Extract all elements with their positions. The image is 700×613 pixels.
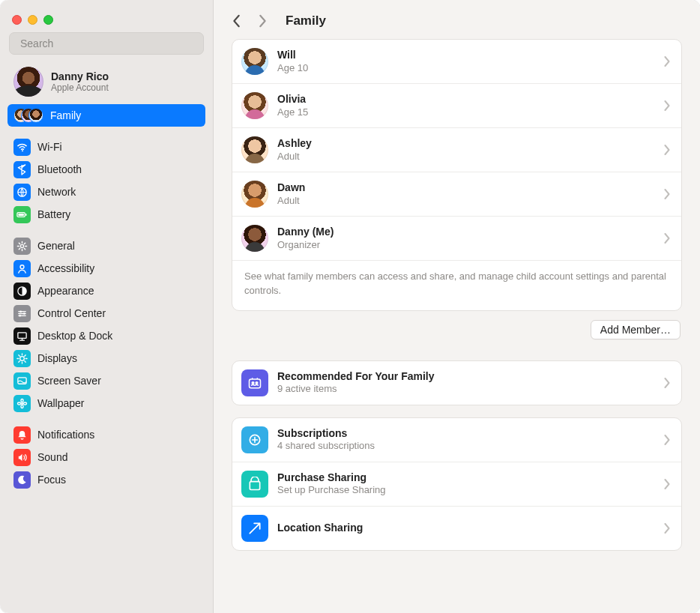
sidebar-item-battery[interactable]: Battery (7, 203, 205, 226)
sidebar-item-network[interactable]: Network (7, 181, 205, 203)
wifi-icon (13, 139, 31, 156)
globe-icon (13, 184, 31, 201)
sidebar-item-label: Desktop & Dock (37, 330, 112, 342)
members-footer-text: See what family members can access and s… (232, 260, 681, 310)
family-member-row[interactable]: DawnAdult (232, 172, 681, 216)
maximize-window-button[interactable] (43, 15, 53, 25)
chevron-right-icon (664, 189, 671, 199)
member-avatar (241, 136, 268, 163)
sidebar-item-label: Appearance (37, 285, 94, 297)
speaker-icon (13, 449, 31, 466)
svg-point-3 (256, 381, 258, 384)
sidebar-item-desktop-dock[interactable]: Desktop & Dock (7, 324, 205, 347)
main-header: Family (214, 0, 700, 39)
member-name: Olivia (277, 93, 655, 106)
nav-back-button[interactable] (230, 14, 244, 28)
family-member-row[interactable]: Danny (Me)Organizer (232, 216, 681, 260)
sharing-row-subscriptions[interactable]: Subscriptions4 shared subscriptions (232, 418, 681, 462)
chevron-right-icon (664, 100, 671, 111)
screensaver-icon (13, 372, 31, 390)
sidebar-item-appearance[interactable]: Appearance (7, 280, 205, 302)
chevron-right-icon (664, 479, 671, 489)
member-avatar (241, 92, 268, 119)
family-member-row[interactable]: WillAge 10 (232, 40, 681, 83)
row-title: Purchase Sharing (277, 471, 655, 485)
family-member-row[interactable]: AshleyAdult (232, 127, 681, 172)
family-member-row[interactable]: OliviaAge 15 (232, 83, 681, 127)
sharing-row-location-sharing[interactable]: Location Sharing (232, 506, 681, 550)
contrast-icon (13, 283, 31, 300)
search-field[interactable] (9, 32, 204, 55)
sharing-row-purchase-sharing[interactable]: Purchase SharingSet up Purchase Sharing (232, 462, 681, 506)
bell-icon (13, 426, 31, 444)
sidebar-item-label: Battery (37, 208, 70, 220)
member-role: Age 15 (277, 106, 655, 118)
page-title: Family (286, 13, 326, 28)
sidebar-item-wallpaper[interactable]: Wallpaper (7, 392, 205, 414)
desktop-icon (13, 327, 31, 345)
sun-icon (13, 350, 31, 367)
flower-icon (13, 395, 31, 412)
chevron-right-icon (664, 233, 671, 244)
sidebar-item-label: Displays (37, 352, 77, 364)
member-avatar (241, 181, 268, 208)
family-members-card: WillAge 10OliviaAge 15AshleyAdultDawnAdu… (232, 39, 682, 311)
sidebar-item-family[interactable]: Family (7, 104, 205, 127)
sidebar-item-accessibility[interactable]: Accessibility (7, 257, 205, 280)
account-avatar (13, 67, 43, 97)
row-title: Subscriptions (277, 427, 655, 441)
member-name: Danny (Me) (277, 226, 655, 239)
member-name: Dawn (277, 181, 655, 195)
sidebar: Danny Rico Apple Account Family Wi-FiBlu… (0, 0, 214, 613)
sidebar-item-displays[interactable]: Displays (7, 347, 205, 369)
bluetooth-icon (13, 161, 31, 178)
add-member-button[interactable]: Add Member… (591, 320, 681, 339)
sidebar-item-sound[interactable]: Sound (7, 446, 205, 468)
svg-point-2 (252, 381, 254, 384)
chevron-right-icon (664, 145, 671, 155)
nav-forward-button[interactable] (256, 14, 269, 28)
sidebar-account[interactable]: Danny Rico Apple Account (0, 62, 213, 104)
account-subtitle: Apple Account (51, 82, 109, 93)
svg-rect-1 (250, 379, 261, 388)
chevron-right-icon (664, 378, 671, 388)
member-role: Organizer (277, 239, 655, 251)
sidebar-item-label: Family (50, 109, 81, 121)
minimize-window-button[interactable] (28, 15, 37, 25)
bag-icon (241, 471, 268, 498)
member-name: Will (277, 49, 655, 62)
sidebar-item-label: Wallpaper (37, 397, 85, 409)
chevron-right-icon (664, 56, 671, 67)
sidebar-item-label: Sound (37, 451, 67, 463)
row-subtitle: Set up Purchase Sharing (277, 484, 655, 496)
sliders-icon (13, 305, 31, 322)
sidebar-item-screen-saver[interactable]: Screen Saver (7, 369, 205, 392)
sidebar-item-label: Control Center (37, 307, 106, 319)
sidebar-item-label: Notifications (37, 429, 94, 441)
moon-icon (13, 471, 31, 489)
main-pane: Family WillAge 10OliviaAge 15AshleyAdult… (214, 0, 700, 613)
member-avatar (241, 48, 268, 75)
person-icon (13, 260, 31, 277)
member-avatar (241, 225, 268, 252)
close-window-button[interactable] (12, 15, 22, 25)
member-role: Age 10 (277, 62, 655, 74)
sidebar-item-label: Network (37, 186, 76, 198)
sidebar-item-general[interactable]: General (7, 235, 205, 257)
sidebar-item-bluetooth[interactable]: Bluetooth (7, 158, 205, 181)
sidebar-item-label: General (37, 240, 75, 252)
account-name: Danny Rico (51, 70, 109, 83)
sidebar-item-label: Bluetooth (37, 163, 82, 175)
sidebar-item-label: Wi-Fi (37, 141, 62, 153)
chevron-right-icon (664, 435, 671, 445)
recommended-card[interactable]: Recommended For Your Family 9 active ite… (232, 360, 682, 405)
search-input[interactable] (20, 37, 197, 49)
sidebar-item-control-center[interactable]: Control Center (7, 302, 205, 324)
family-avatars-icon (13, 107, 43, 124)
sidebar-item-focus[interactable]: Focus (7, 468, 205, 491)
chevron-right-icon (664, 523, 671, 534)
member-role: Adult (277, 151, 655, 163)
sidebar-item-wi-fi[interactable]: Wi-Fi (7, 136, 205, 158)
row-subtitle: 9 active items (277, 383, 655, 395)
sidebar-item-notifications[interactable]: Notifications (7, 423, 205, 446)
